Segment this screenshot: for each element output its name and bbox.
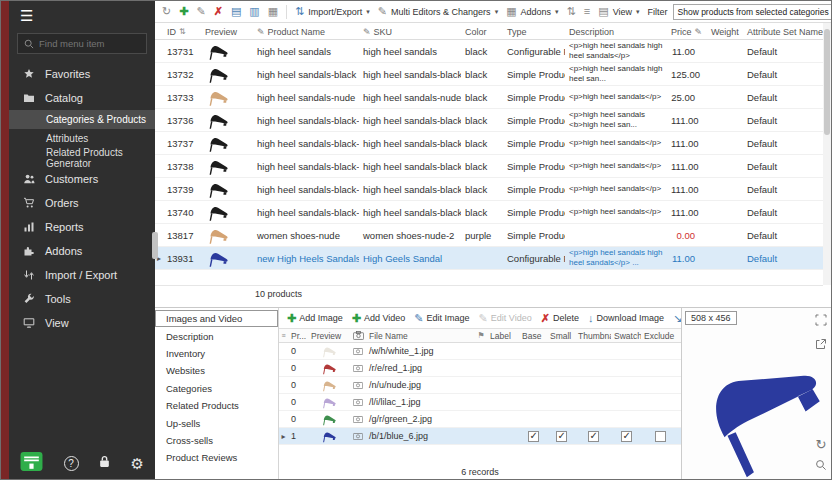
lock-icon[interactable] bbox=[99, 454, 110, 472]
column-header-thumbnail[interactable]: Thumbna bbox=[575, 331, 611, 341]
table-row[interactable]: 13740 high heel sandals-black-38 high he… bbox=[155, 201, 823, 224]
table-row[interactable]: 13733 high heel sandals-nude high heel s… bbox=[155, 86, 823, 109]
delete-product-icon[interactable]: ✗ bbox=[214, 6, 223, 17]
fullscreen-icon[interactable] bbox=[815, 312, 827, 330]
checkbox[interactable] bbox=[556, 431, 567, 442]
edit-video-button[interactable]: ✎Edit Video bbox=[479, 313, 532, 324]
tab-categories[interactable]: Categories bbox=[155, 380, 278, 397]
edit-image-button[interactable]: ✎Edit Image bbox=[414, 313, 469, 324]
add-image-button[interactable]: ✚Add Image bbox=[287, 313, 343, 324]
tab-websites[interactable]: Websites bbox=[155, 362, 278, 379]
columns-icon[interactable]: ▦ bbox=[268, 6, 278, 17]
tab-up-sells[interactable]: Up-sells bbox=[155, 414, 278, 431]
column-header-preview[interactable]: Preview bbox=[308, 331, 350, 341]
multi-editors-menu[interactable]: ✎ Multi Editors & Changers ▾ bbox=[378, 6, 498, 17]
tab-cross-sells[interactable]: Cross-sells bbox=[155, 432, 278, 449]
image-row[interactable]: 0 /n/u/nude.jpg bbox=[279, 377, 681, 394]
image-row[interactable]: 0 /r/e/red_1.jpg bbox=[279, 360, 681, 377]
sort-icon[interactable]: ⇅ bbox=[567, 6, 576, 17]
hamburger-menu-icon[interactable]: ☰ bbox=[20, 7, 33, 25]
download-image-button[interactable]: ↓Download Image bbox=[588, 313, 664, 324]
column-header-file-name[interactable]: File Name bbox=[366, 331, 475, 341]
grid-scrollbar[interactable] bbox=[823, 23, 831, 285]
column-header-product-name[interactable]: ✎Product Name bbox=[253, 23, 359, 40]
column-header-small[interactable]: Small bbox=[547, 331, 575, 341]
sidebar-item-addons[interactable]: Addons bbox=[9, 239, 155, 263]
table-row[interactable]: 13738 high heel sandals-black-37 high he… bbox=[155, 155, 823, 178]
menu-search-input[interactable] bbox=[39, 38, 140, 49]
table-row[interactable]: 13732 high heel sandals-black high heel … bbox=[155, 63, 823, 86]
column-header-label[interactable]: Label bbox=[487, 331, 519, 341]
thumbnail-checkbox[interactable] bbox=[575, 431, 611, 442]
sidebar-item-categories-products[interactable]: Categories & Products bbox=[9, 110, 155, 129]
sidebar-item-orders[interactable]: Orders bbox=[9, 191, 155, 215]
addons-menu[interactable]: ▦ Addons ▾ bbox=[506, 6, 558, 17]
tab-images-and-video[interactable]: Images and Video bbox=[155, 310, 278, 327]
sidebar-item-reports[interactable]: Reports bbox=[9, 215, 155, 239]
gear-icon[interactable]: ⚙ bbox=[131, 456, 144, 471]
column-header-id[interactable]: ID⇅ bbox=[163, 23, 201, 40]
checkbox[interactable] bbox=[655, 431, 666, 442]
table-row[interactable]: 13739 high heel sandals-black-37 high he… bbox=[155, 178, 823, 201]
grid-scrollbar-thumb[interactable] bbox=[824, 29, 830, 135]
sidebar-item-attributes[interactable]: Attributes bbox=[9, 129, 155, 148]
list-icon[interactable]: ≡ bbox=[584, 6, 590, 17]
swatch-checkbox[interactable] bbox=[611, 431, 641, 442]
column-header-exclude[interactable]: Exclude bbox=[641, 331, 679, 341]
column-header-attribute-set[interactable]: Attribute Set Name bbox=[743, 23, 823, 40]
column-header-type[interactable]: Type bbox=[503, 23, 565, 40]
table-row[interactable]: 13731 high heel sandals high heel sandal… bbox=[155, 40, 823, 63]
column-header-price[interactable]: Price✎ bbox=[667, 23, 707, 40]
sidebar-item-catalog[interactable]: Catalog bbox=[9, 86, 155, 110]
image-row-selected[interactable]: ▸ 1 /b/1/blue_6.jpg bbox=[279, 428, 681, 445]
exclude-checkbox[interactable] bbox=[641, 431, 679, 442]
tab-product-reviews[interactable]: Product Reviews bbox=[155, 449, 278, 466]
column-header-weight[interactable]: Weight bbox=[707, 23, 743, 40]
image-row[interactable]: 0 /w/h/white_1.jpg bbox=[279, 343, 681, 360]
column-header-description[interactable]: Description bbox=[565, 23, 667, 40]
paste-icon[interactable]: ▥ bbox=[249, 6, 259, 17]
column-header-priority[interactable]: Pr... bbox=[288, 331, 308, 341]
view-menu[interactable]: ▤ View ▾ bbox=[598, 6, 639, 17]
add-product-icon[interactable]: ✚ bbox=[179, 6, 188, 17]
tab-description[interactable]: Description bbox=[155, 327, 278, 344]
refresh-icon[interactable]: ↻ bbox=[162, 6, 171, 17]
sidebar-item-tools[interactable]: Tools bbox=[9, 287, 155, 311]
table-row[interactable]: 13817 women shoes-nude women shoes-nude-… bbox=[155, 224, 823, 247]
sidebar-item-related-products-generator[interactable]: Related Products Generator bbox=[9, 148, 155, 167]
sidebar-item-view[interactable]: View bbox=[9, 311, 155, 335]
column-header-color[interactable]: Color bbox=[461, 23, 503, 40]
set-resize-rule-button[interactable]: ↘Set Resize Rule bbox=[673, 313, 681, 324]
zoom-icon[interactable] bbox=[815, 457, 827, 475]
delete-image-button[interactable]: ✗Delete bbox=[541, 313, 579, 324]
tab-related-products[interactable]: Related Products bbox=[155, 397, 278, 414]
small-checkbox[interactable] bbox=[547, 431, 575, 442]
pos-store-icon[interactable] bbox=[20, 451, 43, 476]
checkbox[interactable] bbox=[588, 431, 599, 442]
table-row[interactable]: 13737 high heel sandals-black-36 high he… bbox=[155, 132, 823, 155]
column-header-sku[interactable]: ✎SKU bbox=[359, 23, 461, 40]
rotate-icon[interactable]: ↻ bbox=[816, 438, 827, 451]
column-header-swatch[interactable]: Swatch bbox=[611, 331, 641, 341]
help-icon[interactable]: ? bbox=[64, 456, 79, 471]
checkbox[interactable] bbox=[621, 431, 632, 442]
panel-splitter-handle[interactable] bbox=[152, 232, 158, 259]
column-header-base[interactable]: Base bbox=[519, 331, 547, 341]
open-external-icon[interactable] bbox=[815, 336, 827, 354]
tab-inventory[interactable]: Inventory bbox=[155, 345, 278, 362]
menu-search-box[interactable] bbox=[17, 33, 147, 54]
table-row[interactable]: 13736 high heel sandals-black-36 high he… bbox=[155, 109, 823, 132]
sidebar-item-favorites[interactable]: Favorites bbox=[9, 62, 155, 86]
table-row-selected[interactable]: ▸ 13931 new High Heels Sandals High Geel… bbox=[155, 247, 823, 270]
checkbox[interactable] bbox=[528, 431, 539, 442]
image-row[interactable]: 0 /l/i/lilac_1.jpg bbox=[279, 394, 681, 411]
copy-icon[interactable]: ▤ bbox=[231, 6, 241, 17]
sidebar-item-customers[interactable]: Customers bbox=[9, 167, 155, 191]
add-video-button[interactable]: ✚Add Video bbox=[352, 313, 406, 324]
base-checkbox[interactable] bbox=[519, 431, 547, 442]
sidebar-item-import-export[interactable]: Import / Export bbox=[9, 263, 155, 287]
category-filter-select[interactable]: Show products from selected categories ▾ bbox=[673, 4, 831, 20]
edit-product-icon[interactable]: ✎ bbox=[196, 6, 205, 17]
import-export-menu[interactable]: ⇅ Import/Export ▾ bbox=[295, 6, 370, 17]
image-row[interactable]: 0 /g/r/green_2.jpg bbox=[279, 411, 681, 428]
